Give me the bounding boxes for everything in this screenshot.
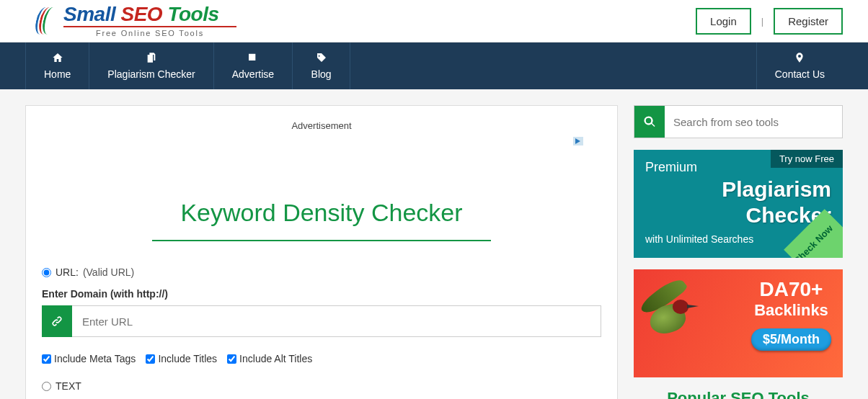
url-radio-label: URL: — [56, 266, 79, 278]
tag-icon — [315, 52, 328, 63]
include-alt-checkbox[interactable] — [227, 354, 236, 364]
ad-label: Advertisement — [42, 120, 601, 131]
include-titles-label: Include Titles — [158, 353, 217, 364]
nav-home[interactable]: Home — [25, 42, 89, 89]
include-meta-label: Include Meta Tags — [54, 353, 136, 364]
page-title: Keyword Density Checker — [42, 199, 601, 227]
title-underline — [152, 240, 491, 241]
include-meta-checkbox[interactable] — [42, 354, 51, 364]
pin-icon — [793, 52, 806, 63]
home-icon — [51, 52, 64, 63]
site-logo[interactable]: Small SEO Tools Free Online SEO Tools — [36, 4, 236, 37]
search-icon — [643, 115, 656, 128]
top-bar: Small SEO Tools Free Online SEO Tools Lo… — [0, 0, 868, 42]
url-radio[interactable] — [42, 268, 51, 277]
nav-home-label: Home — [44, 68, 71, 80]
search-input[interactable] — [665, 106, 842, 138]
promo2-line2: Backlinks — [751, 301, 831, 320]
logo-mark — [36, 7, 58, 35]
copy-icon — [145, 52, 158, 63]
search-wrap — [634, 105, 843, 138]
promo2-price: $5/Month — [751, 328, 831, 351]
auth-separator: | — [761, 16, 763, 27]
auth-area: Login | Register — [696, 8, 843, 35]
link-icon — [50, 314, 64, 328]
adchoices-icon — [573, 137, 583, 145]
nav-contact-label: Contact Us — [775, 68, 825, 80]
include-alt-label: Include Alt Titles — [239, 353, 312, 364]
logo-text: Small SEO Tools — [63, 4, 236, 24]
text-radio[interactable] — [42, 382, 51, 391]
hummingbird-icon — [645, 278, 710, 369]
promo-backlinks[interactable]: DA70+ Backlinks $5/Month — [634, 269, 843, 377]
promo-tab: Try now Free — [771, 150, 843, 168]
text-radio-label: TEXT — [56, 380, 81, 392]
main-content: Advertisement Keyword Density Checker UR… — [25, 105, 618, 399]
main-nav: Home Plagiarism Checker Advertise Blog C… — [0, 42, 868, 89]
promo-title-2: Checker — [645, 204, 831, 227]
logo-tagline: Free Online SEO Tools — [63, 30, 236, 37]
link-icon-box — [42, 305, 72, 337]
nav-blog[interactable]: Blog — [293, 42, 350, 89]
megaphone-icon — [247, 52, 260, 63]
nav-contact[interactable]: Contact Us — [756, 42, 843, 89]
nav-advertise-label: Advertise — [232, 68, 274, 80]
login-button[interactable]: Login — [696, 8, 751, 35]
popular-tools-heading: Popular SEO Tools — [634, 389, 843, 399]
url-radio-hint: (Valid URL) — [83, 266, 134, 278]
sidebar: Try now Free Premium Plagiarism Checker … — [634, 105, 843, 399]
search-button[interactable] — [634, 106, 665, 138]
include-titles-checkbox[interactable] — [146, 354, 155, 364]
register-button[interactable]: Register — [774, 8, 843, 35]
nav-plagiarism-label: Plagiarism Checker — [107, 68, 195, 80]
promo2-line1: DA70+ — [751, 278, 831, 301]
domain-field-label: Enter Domain (with http://) — [42, 288, 601, 300]
ad-marker[interactable] — [42, 135, 601, 148]
url-input[interactable] — [72, 305, 601, 337]
nav-blog-label: Blog — [311, 68, 332, 80]
promo-plagiarism[interactable]: Try now Free Premium Plagiarism Checker … — [634, 150, 843, 258]
nav-advertise[interactable]: Advertise — [214, 42, 293, 89]
promo-title-1: Plagiarism — [645, 178, 831, 201]
nav-plagiarism[interactable]: Plagiarism Checker — [89, 42, 213, 89]
